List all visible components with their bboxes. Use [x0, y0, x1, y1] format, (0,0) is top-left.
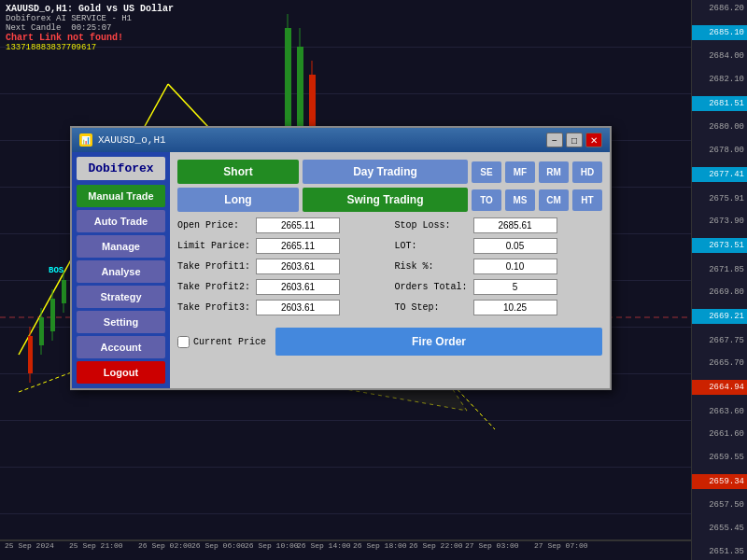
limit-price-label: Limit Parice:	[177, 241, 252, 251]
dialog-titlebar: 📊 XAUUSD_o,H1 − □ ✕	[72, 128, 610, 152]
time-label-8: 26 Sep 22:00	[409, 541, 463, 550]
price-2673: 2673.90	[692, 215, 747, 228]
risk-input[interactable]	[473, 259, 557, 274]
to-button[interactable]: TO	[472, 189, 501, 211]
limit-price-group: Limit Parice:	[177, 238, 386, 254]
price-2657: 2657.50	[692, 498, 747, 511]
stop-loss-group: Stop Loss:	[395, 217, 603, 233]
current-price-label: Current Price	[193, 337, 266, 347]
time-label-6: 26 Sep 14:00	[297, 541, 351, 550]
time-label-10: 27 Sep 07:00	[534, 541, 588, 550]
cm-button[interactable]: CM	[539, 189, 569, 211]
to-step-label: TO Step:	[395, 302, 470, 313]
ht-button[interactable]: HT	[572, 189, 602, 211]
price-2659b: 2659.34	[692, 474, 747, 489]
chart-info: XAUUSD_o,H1: Gold vs US Dollar Dobiforex…	[6, 4, 174, 52]
orders-total-group: Orders Total:	[395, 279, 603, 295]
open-price-input[interactable]	[256, 217, 340, 233]
hd-button[interactable]: HD	[572, 161, 602, 183]
fields-area: Open Price: Limit Parice: Take Profit1: …	[177, 217, 602, 320]
sidebar-btn-manage[interactable]: Manage	[77, 235, 165, 258]
current-price-checkbox[interactable]	[177, 336, 190, 348]
current-price-area: Current Price	[177, 336, 266, 348]
time-label-2: 25 Sep 21:00	[69, 541, 123, 550]
chart-subtitle: Dobiforex AI SERVICE - H1	[6, 14, 174, 23]
tp3-label: Take Profit3:	[177, 302, 252, 313]
dialog-content: Dobiforex Manual Trade Auto Trade Manage…	[72, 152, 610, 388]
dialog-icon: 📊	[79, 133, 92, 147]
short-button[interactable]: Short	[177, 160, 299, 184]
tp1-input[interactable]	[256, 259, 340, 274]
chart-next-candle: Next Candle 00:25:07	[6, 23, 174, 33]
main-panel: Short Day Trading SE MF RM HD Long Swing…	[170, 152, 610, 388]
sidebar-brand: Dobiforex	[77, 157, 165, 180]
trade-row-1: Short Day Trading SE MF RM HD	[177, 160, 602, 184]
price-2664: 2664.94	[692, 380, 747, 395]
tp2-input[interactable]	[256, 279, 340, 295]
price-2669: 2669.80	[692, 286, 747, 299]
price-2681: 2681.51	[692, 96, 747, 111]
chart-error: Chart Link not found!	[6, 33, 174, 43]
price-2686: 2686.20	[692, 2, 747, 15]
price-2682: 2682.10	[692, 73, 747, 86]
limit-price-input[interactable]	[256, 238, 340, 254]
time-axis-bar: 25 Sep 2024 25 Sep 21:00 26 Sep 02:00 26…	[0, 540, 691, 559]
fire-order-button[interactable]: Fire Order	[275, 328, 602, 356]
to-step-input[interactable]	[473, 300, 557, 315]
price-2680: 2680.00	[692, 120, 747, 133]
tp1-label: Take Profit1:	[177, 261, 252, 272]
swing-trading-button[interactable]: Swing Trading	[303, 188, 468, 212]
price-2663: 2663.60	[692, 405, 747, 418]
bos-label: BOS	[49, 266, 63, 275]
minimize-button[interactable]: −	[546, 133, 563, 147]
close-button[interactable]: ✕	[585, 133, 602, 147]
ms-button[interactable]: MS	[505, 189, 535, 211]
mf-button[interactable]: MF	[505, 161, 535, 183]
sidebar-btn-auto-trade[interactable]: Auto Trade	[77, 210, 165, 232]
price-2677: 2677.41	[692, 167, 747, 182]
rm-button[interactable]: RM	[539, 161, 569, 183]
dialog-title-left: 📊 XAUUSD_o,H1	[79, 133, 166, 147]
se-button[interactable]: SE	[472, 161, 501, 183]
sidebar-btn-logout[interactable]: Logout	[77, 361, 165, 384]
dialog-controls[interactable]: − □ ✕	[546, 133, 602, 147]
price-2684: 2684.00	[692, 49, 747, 63]
price-2685: 2685.10	[692, 25, 747, 40]
risk-label: Risk %:	[395, 261, 470, 272]
open-price-group: Open Price:	[177, 217, 386, 233]
open-price-label: Open Price:	[177, 220, 252, 231]
price-2673b: 2673.51	[692, 238, 747, 253]
price-2651: 2651.35	[692, 545, 747, 558]
chart-id: 133718883837709617	[6, 43, 174, 52]
price-axis: 2686.20 2685.10 2684.00 2682.10 2681.51 …	[691, 0, 747, 560]
sidebar-btn-analyse[interactable]: Analyse	[77, 260, 165, 283]
price-2655: 2655.45	[692, 522, 747, 535]
price-2665: 2665.70	[692, 357, 747, 370]
time-label-7: 26 Sep 18:00	[353, 541, 407, 550]
trade-row-2: Long Swing Trading TO MS CM HT	[177, 188, 602, 212]
maximize-button[interactable]: □	[566, 133, 583, 147]
sidebar-btn-account[interactable]: Account	[77, 336, 165, 358]
lot-input[interactable]	[473, 238, 557, 254]
price-2661: 2661.60	[692, 427, 747, 441]
stop-loss-input[interactable]	[473, 217, 557, 233]
stop-loss-label: Stop Loss:	[395, 220, 470, 231]
tp2-label: Take Profit2:	[177, 282, 252, 292]
orders-total-input[interactable]	[473, 279, 557, 295]
sidebar: Dobiforex Manual Trade Auto Trade Manage…	[72, 152, 170, 388]
lot-group: LOT:	[395, 238, 603, 254]
time-label-4: 26 Sep 06:00	[191, 541, 246, 550]
chart-title: XAUUSD_o,H1: Gold vs US Dollar	[6, 4, 174, 14]
tp3-input[interactable]	[256, 300, 340, 315]
main-dialog: 📊 XAUUSD_o,H1 − □ ✕ Dobiforex Manual Tra…	[70, 126, 612, 390]
price-2671: 2671.85	[692, 263, 747, 276]
sidebar-btn-strategy[interactable]: Strategy	[77, 286, 165, 308]
sidebar-btn-setting[interactable]: Setting	[77, 311, 165, 333]
tp2-group: Take Profit2:	[177, 279, 386, 295]
time-label-1: 25 Sep 2024	[5, 541, 54, 550]
orders-total-label: Orders Total:	[395, 282, 470, 292]
sidebar-btn-manual-trade[interactable]: Manual Trade	[77, 185, 165, 207]
day-trading-button[interactable]: Day Trading	[303, 160, 468, 184]
long-button[interactable]: Long	[177, 188, 299, 212]
price-2659: 2659.55	[692, 451, 747, 464]
